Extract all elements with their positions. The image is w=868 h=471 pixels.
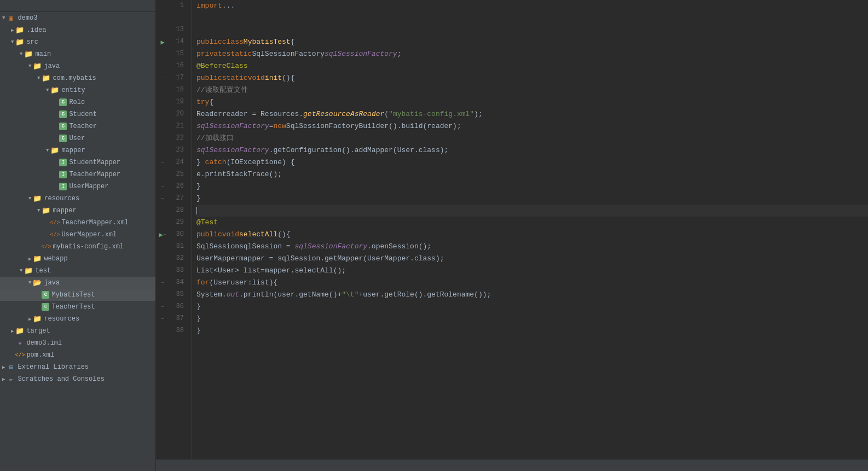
code-content: import ...public class MybatisTest { pri…	[192, 0, 868, 459]
code-line-22: List<User> list=mapper.selectAll();	[196, 265, 868, 277]
sidebar-item-java[interactable]: ▼📁java	[0, 60, 155, 72]
line-number-8: 19	[173, 96, 187, 108]
project-icon: ▣	[7, 14, 15, 22]
code-line-10: sqlSessionFactory=new SqlSessionFactoryB…	[196, 120, 868, 132]
sidebar-item-resources[interactable]: ▼📁resources	[0, 193, 155, 205]
sidebar-item-java-test[interactable]: ▼📂java	[0, 277, 155, 289]
sidebar-item-main[interactable]: ▼📁main	[0, 48, 155, 60]
code-container[interactable]: ▶−−−−−▶−−−− 1131415161718192021222324252…	[156, 0, 868, 459]
arrow-icon: ▶	[28, 316, 31, 322]
code-line-3: public class MybatisTest {	[196, 36, 868, 48]
sidebar-item-UserMapper[interactable]: ▶IUserMapper	[0, 181, 155, 193]
statusbar	[156, 459, 868, 471]
arrow-icon: ▼	[37, 75, 40, 81]
arrow-icon: ▼	[11, 39, 14, 45]
code-line-24: System.out.println(user.getName()+"\t"+u…	[196, 289, 868, 301]
fold-icon[interactable]: −	[163, 232, 166, 238]
line-number-14: 25	[173, 168, 187, 181]
sidebar-item-ExternalLibraries[interactable]: ▶⊞External Libraries	[0, 361, 155, 373]
java-test-icon: C	[42, 303, 49, 311]
fold-icon[interactable]: −	[161, 280, 164, 286]
tree-item-label: Teacher	[69, 123, 153, 130]
line-number-20: 31	[173, 241, 187, 253]
tree-item-label: resources	[44, 195, 153, 202]
tree-item-label: java	[44, 279, 153, 287]
file-tree: ▼▣demo3▶📁.idea▼📁src▼📁main▼📁java▼📁com.myb…	[0, 12, 155, 385]
sidebar-item-TeacherMapper[interactable]: ▶ITeacherMapper	[0, 168, 155, 181]
project-topbar	[0, 0, 155, 12]
run-icon[interactable]: ▶	[160, 38, 164, 46]
tree-item-label: webapp	[44, 255, 153, 263]
sidebar-item-webapp[interactable]: ▶📁webapp	[0, 253, 155, 265]
java-interface-icon: I	[59, 159, 67, 166]
java-icon: C	[59, 111, 67, 118]
sidebar-item-pom.xml[interactable]: ▶</>pom.xml	[0, 349, 155, 361]
sidebar-item-User[interactable]: ▶CUser	[0, 132, 155, 144]
gutter-line-17	[156, 205, 169, 217]
fold-icon[interactable]: −	[161, 160, 164, 166]
sidebar-item-idea[interactable]: ▶📁.idea	[0, 24, 155, 36]
sidebar-item-Role[interactable]: ▶CRole	[0, 96, 155, 108]
code-line-26: }	[196, 313, 868, 325]
iml-icon: ◈	[15, 339, 24, 347]
sidebar-item-UserMapper.xml[interactable]: ▶</>UserMapper.xml	[0, 229, 155, 241]
sidebar-item-mapper[interactable]: ▼📁mapper	[0, 144, 155, 156]
sidebar-item-target[interactable]: ▶📁target	[0, 325, 155, 337]
fold-icon[interactable]: −	[161, 304, 164, 310]
sidebar-item-com.mybatis[interactable]: ▼📁com.mybatis	[0, 72, 155, 84]
text-cursor	[196, 207, 197, 214]
folder-icon: 📁	[15, 327, 24, 335]
line-number-2: 13	[173, 24, 187, 36]
gutter-line-25: −	[156, 301, 169, 313]
folder-icon: 📁	[33, 315, 42, 323]
sidebar-item-src[interactable]: ▼📁src	[0, 36, 155, 48]
gutter-line-24	[156, 289, 169, 301]
code-line-19: public void selectAll(){	[196, 229, 868, 241]
fold-icon[interactable]: −	[161, 184, 164, 190]
sidebar-item-TeacherMapper.xml[interactable]: ▶</>TeacherMapper.xml	[0, 217, 155, 229]
tree-item-label: TeacherTest	[51, 303, 153, 311]
sidebar-item-test[interactable]: ▼📁test	[0, 265, 155, 277]
sidebar-item-ScratchesConsoles[interactable]: ▶✏Scratches and Consoles	[0, 373, 155, 385]
fold-icon[interactable]: −	[161, 100, 164, 106]
java-interface-icon: I	[59, 183, 67, 190]
sidebar-item-demo3[interactable]: ▼▣demo3	[0, 12, 155, 24]
line-number-0: 1	[173, 0, 187, 12]
line-number-4: 15	[173, 48, 187, 60]
java-icon: C	[59, 123, 67, 130]
arrow-icon: ▼	[20, 51, 22, 57]
folder-icon: 📁	[15, 38, 24, 46]
arrow-icon: ▼	[28, 63, 31, 69]
gutter-line-16: −	[156, 193, 169, 205]
project-sidebar[interactable]: ▼▣demo3▶📁.idea▼📁src▼📁main▼📁java▼📁com.myb…	[0, 0, 156, 471]
gutter-line-6: −	[156, 72, 169, 84]
fold-icon[interactable]: −	[161, 75, 164, 82]
run-icon[interactable]: ▶	[159, 231, 163, 239]
tree-item-label: mapper	[53, 207, 153, 214]
sidebar-item-Teacher[interactable]: ▶CTeacher	[0, 120, 155, 132]
sidebar-item-mybatis-config.xml[interactable]: ▶</>mybatis-config.xml	[0, 241, 155, 253]
code-line-20: SqlSession sqlSession = sqlSessionFactor…	[196, 241, 868, 253]
code-line-25: }	[196, 301, 868, 313]
sidebar-item-MybatisTest[interactable]: ▶CMybatisTest	[0, 289, 155, 301]
folder-icon: 📁	[42, 74, 50, 83]
tree-item-label: com.mybatis	[53, 74, 153, 82]
line-number-9: 20	[173, 108, 187, 120]
folder-icon: 📁	[50, 86, 59, 95]
folder-icon: 📁	[33, 254, 42, 263]
sidebar-item-demo3.iml[interactable]: ▶◈demo3.iml	[0, 337, 155, 349]
gutter-line-8: −	[156, 96, 169, 108]
sidebar-item-entity[interactable]: ▼📁entity	[0, 84, 155, 96]
arrow-icon: ▼	[46, 148, 49, 153]
sidebar-item-StudentMapper[interactable]: ▶IStudentMapper	[0, 156, 155, 168]
fold-icon[interactable]: −	[161, 196, 164, 202]
line-number-27: 38	[173, 325, 187, 337]
code-line-18: @Test	[196, 217, 868, 229]
folder-icon: 📁	[15, 26, 24, 34]
sidebar-item-resources-test[interactable]: ▶📁resources	[0, 313, 155, 325]
sidebar-item-TeacherTest[interactable]: ▶CTeacherTest	[0, 301, 155, 313]
gutter-line-14	[156, 168, 169, 181]
sidebar-item-Student[interactable]: ▶CStudent	[0, 108, 155, 120]
sidebar-item-mapper-res[interactable]: ▼📁mapper	[0, 205, 155, 217]
fold-icon[interactable]: −	[161, 316, 164, 322]
